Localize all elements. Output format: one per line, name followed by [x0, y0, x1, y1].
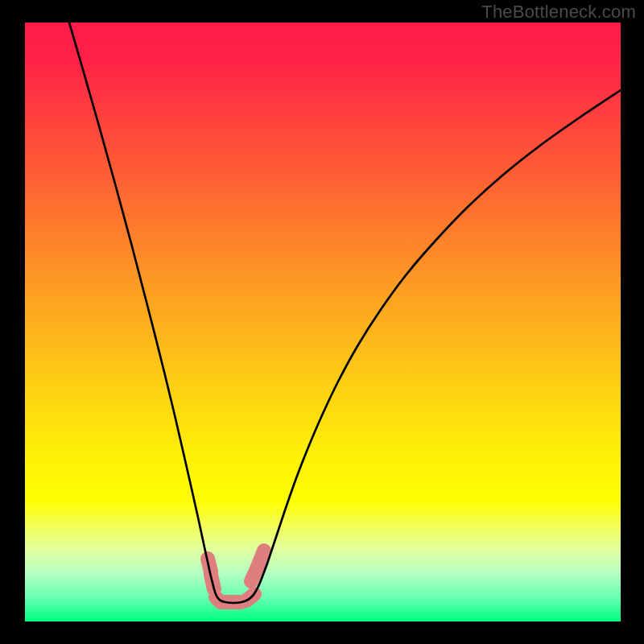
marker-segment [258, 551, 264, 567]
plot-background [25, 23, 621, 621]
chart-frame: TheBottleneck.com [0, 0, 644, 644]
chart-canvas [0, 0, 644, 644]
